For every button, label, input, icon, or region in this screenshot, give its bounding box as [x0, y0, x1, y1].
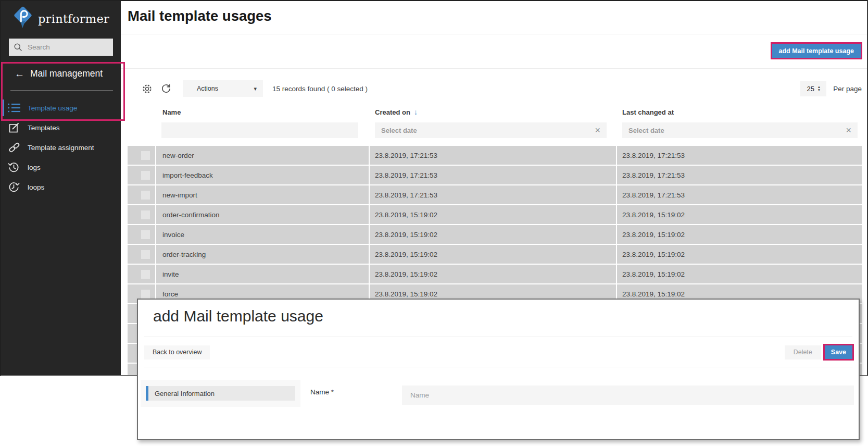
row-checkbox[interactable]	[141, 290, 150, 299]
search-icon	[14, 43, 23, 52]
row-name: new-import	[155, 185, 369, 204]
sidebar-back[interactable]: ← Mail management	[15, 68, 121, 79]
sidebar-section-title: Mail management	[30, 68, 103, 79]
created-on-date-filter[interactable]: Select date ×	[375, 122, 607, 138]
table-row[interactable]: order-tracking 23.8.2019, 15:19:02 23.8.…	[128, 245, 862, 264]
per-page-label: Per page	[833, 85, 862, 93]
row-last-changed: 23.8.2019, 17:21:53	[616, 166, 862, 184]
row-last-changed: 23.8.2019, 17:21:53	[616, 146, 862, 165]
row-name: order-tracking	[155, 245, 369, 264]
settings-gear-icon[interactable]	[142, 83, 153, 94]
row-checkbox[interactable]	[141, 250, 150, 259]
clear-icon[interactable]: ×	[595, 125, 600, 136]
loop-icon	[7, 181, 21, 193]
row-checkbox[interactable]	[141, 151, 150, 160]
row-name: import-feedback	[155, 166, 369, 184]
row-name: invite	[155, 265, 369, 283]
back-to-overview-button[interactable]: Back to overview	[144, 345, 210, 359]
link-icon	[7, 142, 21, 153]
actions-label: Actions	[197, 85, 218, 92]
table-row[interactable]: import-feedback 23.8.2019, 17:21:53 23.8…	[128, 166, 862, 184]
row-checkbox[interactable]	[141, 270, 150, 279]
add-mail-template-usage-button[interactable]: add Mail template usage	[772, 44, 861, 58]
tab-label: General Information	[155, 390, 215, 398]
per-page-value: 25	[807, 85, 814, 93]
sidebar-item-template-assignment[interactable]: Template assignment	[1, 138, 121, 157]
row-checkbox[interactable]	[141, 171, 150, 180]
printformer-logo: printformer	[1, 6, 121, 31]
add-button-highlight: add Mail template usage	[771, 42, 862, 59]
header-divider	[121, 34, 867, 34]
name-field-label: Name *	[310, 388, 334, 396]
history-icon	[7, 162, 21, 173]
sidebar-item-template-usage[interactable]: Template usage	[1, 98, 121, 118]
list-icon	[7, 103, 21, 113]
sidebar-divider	[10, 90, 113, 91]
row-checkbox[interactable]	[141, 210, 150, 219]
sidebar-item-label: Template usage	[28, 104, 77, 112]
add-mail-template-usage-dialog: add Mail template usage Back to overview…	[137, 299, 860, 440]
column-header-last-changed[interactable]: Last changed at	[616, 108, 862, 116]
table-row[interactable]: new-order 23.8.2019, 17:21:53 23.8.2019,…	[128, 146, 862, 165]
delete-button[interactable]: Delete	[785, 345, 821, 359]
row-created-on: 23.8.2019, 17:21:53	[369, 185, 616, 204]
page-title: Mail template usages	[128, 8, 272, 24]
dialog-title: add Mail template usage	[153, 307, 323, 325]
dialog-divider	[144, 367, 852, 367]
row-checkbox[interactable]	[141, 230, 150, 239]
row-created-on: 23.8.2019, 15:19:02	[369, 225, 616, 244]
row-last-changed: 23.8.2019, 17:21:53	[616, 185, 862, 204]
sidebar-item-label: Templates	[28, 124, 60, 132]
dialog-button-row: Back to overview Delete Save	[144, 345, 854, 359]
row-last-changed: 23.8.2019, 15:19:02	[616, 245, 862, 264]
table-row[interactable]: invite 23.8.2019, 15:19:02 23.8.2019, 15…	[128, 265, 862, 283]
row-last-changed: 23.8.2019, 15:19:02	[616, 205, 862, 224]
table-row[interactable]: invoice 23.8.2019, 15:19:02 23.8.2019, 1…	[128, 225, 862, 244]
name-filter-input[interactable]	[161, 122, 358, 138]
row-checkbox[interactable]	[141, 191, 150, 200]
table-header-row: Name Created on ↓ Last changed at	[128, 103, 862, 121]
column-header-name[interactable]: Name	[155, 108, 369, 116]
column-header-created-on[interactable]: Created on ↓	[369, 108, 616, 116]
brand-wordmark: printformer	[38, 12, 109, 26]
last-changed-date-filter[interactable]: Select date ×	[622, 122, 858, 138]
row-created-on: 23.8.2019, 17:21:53	[369, 166, 616, 184]
row-name: new-order	[155, 146, 369, 165]
sidebar-item-label: Template assignment	[28, 144, 94, 152]
row-created-on: 23.8.2019, 15:19:02	[369, 245, 616, 264]
save-button-highlight: Save	[823, 344, 854, 361]
sidebar-nav: Template usage Templates	[1, 98, 121, 197]
row-created-on: 23.8.2019, 15:19:02	[369, 265, 616, 283]
chevron-down-icon: ▾	[254, 85, 257, 92]
save-button[interactable]: Save	[825, 345, 852, 359]
sidebar-item-label: loops	[28, 183, 44, 191]
sidebar-item-templates[interactable]: Templates	[1, 118, 121, 138]
table-filter-row: Select date × Select date ×	[128, 121, 862, 146]
toolbar: Actions ▾ 15 records found ( 0 selected …	[128, 77, 862, 100]
refresh-icon[interactable]	[161, 83, 171, 94]
sort-desc-icon: ↓	[414, 108, 418, 116]
printformer-logo-icon	[12, 6, 33, 31]
table-row[interactable]: order-confirmation 23.8.2019, 15:19:02 2…	[128, 205, 862, 224]
row-name: order-confirmation	[155, 205, 369, 224]
row-last-changed: 23.8.2019, 15:19:02	[616, 265, 862, 283]
dialog-divider	[144, 337, 852, 337]
search-input[interactable]	[28, 43, 108, 51]
sidebar-search[interactable]	[9, 39, 113, 56]
per-page-select[interactable]: 25 ▴▾	[800, 81, 826, 96]
actions-dropdown[interactable]: Actions ▾	[183, 80, 263, 97]
back-arrow-icon: ←	[15, 69, 24, 79]
sidebar-item-label: logs	[28, 164, 41, 171]
table-row[interactable]: new-import 23.8.2019, 17:21:53 23.8.2019…	[128, 185, 862, 204]
row-last-changed: 23.8.2019, 15:19:02	[616, 225, 862, 244]
sidebar-item-loops[interactable]: loops	[1, 177, 121, 197]
row-created-on: 23.8.2019, 17:21:53	[369, 146, 616, 165]
clear-icon[interactable]: ×	[846, 125, 851, 136]
records-count-text: 15 records found ( 0 selected )	[272, 85, 368, 93]
sidebar-item-logs[interactable]: logs	[1, 157, 121, 177]
edit-icon	[7, 122, 21, 133]
tab-general-information[interactable]: General Information	[146, 386, 295, 401]
name-field-input[interactable]	[402, 386, 854, 405]
stepper-icon: ▴▾	[818, 85, 820, 92]
dialog-tab-panel: General Information	[141, 380, 300, 407]
